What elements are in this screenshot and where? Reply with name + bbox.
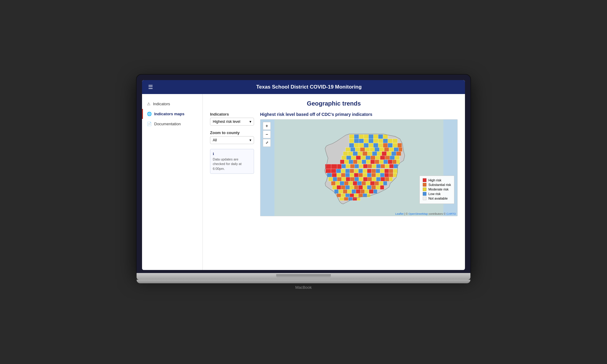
reset-button[interactable]: ⤢ (263, 139, 271, 147)
indicators-select[interactable]: Highest risk level ▾ (210, 118, 254, 126)
svg-rect-173 (347, 189, 351, 194)
svg-rect-148 (344, 181, 348, 185)
svg-rect-141 (376, 177, 381, 181)
svg-rect-57 (346, 156, 351, 160)
legend-color-na (423, 197, 426, 200)
svg-rect-134 (346, 177, 350, 181)
sidebar-item-indicators-maps[interactable]: 🌐 Indicators maps (142, 109, 202, 119)
controls-panel: Indicators Highest risk level ▾ Zoom to … (210, 112, 254, 216)
svg-rect-144 (389, 177, 393, 181)
map-section: Highest risk level based off of CDC's pr… (260, 112, 458, 216)
indicators-label: Indicators (210, 112, 254, 116)
svg-rect-140 (372, 177, 376, 181)
svg-rect-25 (368, 143, 373, 147)
zoom-out-button[interactable]: − (263, 130, 271, 138)
svg-rect-165 (363, 185, 367, 190)
svg-rect-110 (380, 169, 384, 173)
laptop-base (137, 273, 470, 280)
legend-label-substantial: Substantial risk (428, 183, 451, 187)
svg-rect-55 (396, 151, 401, 156)
svg-rect-34 (355, 147, 360, 152)
svg-rect-15 (368, 139, 373, 143)
svg-rect-145 (331, 181, 335, 185)
svg-rect-62 (371, 156, 375, 160)
svg-rect-127 (385, 173, 389, 177)
svg-rect-174 (352, 189, 356, 194)
svg-rect-10 (383, 134, 388, 139)
svg-rect-80 (392, 160, 396, 164)
svg-rect-22 (354, 143, 359, 147)
svg-rect-54 (392, 151, 396, 156)
svg-rect-105 (358, 169, 363, 173)
svg-rect-35 (360, 147, 365, 152)
svg-rect-113 (393, 169, 397, 173)
svg-rect-171 (339, 189, 343, 194)
svg-rect-9 (378, 134, 383, 139)
svg-rect-32 (346, 147, 351, 152)
legend-item-low: Low risk (423, 192, 451, 196)
svg-rect-117 (341, 173, 345, 177)
chevron-down-icon: ▾ (249, 120, 251, 124)
svg-rect-74 (366, 160, 370, 164)
svg-rect-98 (326, 169, 331, 173)
svg-rect-21 (349, 143, 354, 147)
zoom-select[interactable]: All ▾ (210, 136, 254, 144)
svg-rect-73 (362, 160, 366, 164)
zoom-control-group: Zoom to county All ▾ (210, 130, 254, 144)
svg-rect-40 (384, 147, 389, 152)
svg-rect-146 (335, 181, 340, 185)
svg-rect-49 (367, 151, 372, 156)
svg-rect-94 (381, 164, 385, 168)
osm-link[interactable]: OpenStreetMap (409, 212, 428, 215)
zoom-value: All (213, 138, 217, 142)
info-box: ℹ Data updates are checked for daily at … (210, 149, 254, 174)
svg-rect-124 (371, 173, 376, 177)
legend-item-moderate: Moderate risk (423, 187, 451, 191)
svg-rect-68 (340, 160, 344, 164)
legend-label-na: Not available (428, 197, 448, 200)
app-body: ⚠ Indicators 🌐 Indicators maps 📄 Documen… (142, 94, 465, 270)
sidebar-item-label: Indicators (153, 102, 170, 106)
svg-rect-143 (385, 177, 389, 181)
info-text: Data updates are checked for daily at 6:… (213, 157, 242, 170)
svg-rect-181 (341, 194, 345, 197)
svg-rect-125 (376, 173, 380, 177)
svg-rect-189 (344, 197, 348, 200)
zoom-in-button[interactable]: + (263, 122, 271, 130)
map-container[interactable]: Saint Louis* Nashville* Santa Fe* Oklaho… (260, 119, 458, 216)
svg-rect-169 (380, 185, 384, 190)
svg-rect-63 (375, 156, 380, 160)
sidebar-item-label: Indicators maps (154, 112, 185, 116)
svg-rect-116 (337, 173, 341, 177)
svg-rect-163 (354, 185, 358, 190)
svg-rect-162 (350, 185, 354, 190)
svg-rect-184 (354, 194, 358, 197)
svg-rect-26 (373, 143, 378, 147)
svg-rect-59 (356, 156, 361, 160)
svg-rect-103 (350, 169, 354, 173)
brand-label: MacBook (137, 285, 470, 290)
svg-rect-156 (379, 181, 383, 185)
svg-rect-45 (348, 151, 353, 156)
laptop-stand (137, 280, 470, 283)
svg-rect-60 (361, 156, 366, 160)
svg-rect-111 (385, 169, 389, 173)
svg-rect-95 (385, 164, 389, 168)
leaflet-link[interactable]: Leaflet (395, 212, 404, 215)
map-legend: High risk Substantial risk Moderate risk (419, 176, 454, 204)
page-title: Geographic trends (210, 100, 458, 107)
sidebar-item-documentation[interactable]: 📄 Documentation (142, 119, 202, 129)
sidebar-item-indicators[interactable]: ⚠ Indicators (142, 99, 202, 109)
svg-rect-46 (353, 151, 358, 156)
svg-rect-20 (393, 139, 398, 143)
svg-rect-128 (389, 173, 393, 177)
svg-rect-44 (343, 151, 348, 156)
carto-link[interactable]: CARTO (446, 212, 456, 215)
svg-rect-67 (395, 156, 399, 160)
chevron-down-icon: ▾ (249, 138, 251, 142)
svg-rect-179 (373, 189, 377, 194)
svg-rect-161 (345, 185, 350, 190)
hamburger-icon[interactable]: ☰ (148, 84, 153, 90)
svg-rect-114 (327, 173, 332, 177)
svg-rect-133 (341, 177, 346, 181)
